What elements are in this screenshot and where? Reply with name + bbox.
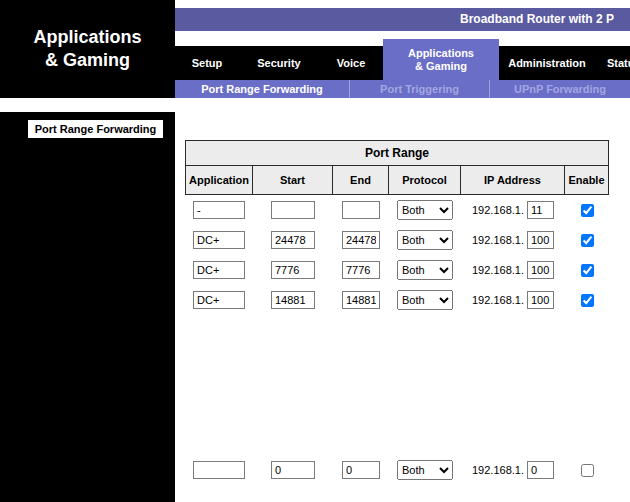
application-input[interactable] [193, 231, 245, 249]
subtab-port-triggering[interactable]: Port Triggering [350, 80, 490, 98]
ip-prefix: 192.168.1. [472, 204, 524, 216]
end-port-input[interactable] [342, 291, 380, 309]
tab-applications-gaming-line1: Applications [408, 47, 474, 60]
tab-setup[interactable]: Setup [179, 46, 235, 80]
tab-status[interactable]: Status [607, 46, 630, 80]
end-port-input[interactable] [342, 231, 380, 249]
ip-suffix-input[interactable] [527, 461, 554, 479]
application-input[interactable] [193, 201, 245, 219]
enable-checkbox[interactable] [581, 264, 594, 277]
left-sidebar: Port Range Forwarding [0, 112, 175, 502]
tab-voice[interactable]: Voice [327, 46, 375, 80]
tab-administration[interactable]: Administration [501, 46, 593, 80]
tab-applications-gaming-line2: & Gaming [415, 60, 467, 73]
port-forward-row: Both 192.168.1. [185, 285, 609, 315]
port-forward-row: Both 192.168.1. [185, 195, 609, 225]
main-nav-bar: Setup Security Voice Applications & Gami… [175, 46, 630, 80]
start-port-input[interactable] [271, 291, 315, 309]
start-port-input[interactable] [271, 231, 315, 249]
subtab-upnp-forwarding[interactable]: UPnP Forwarding [490, 80, 630, 98]
col-header-ip-address: IP Address [461, 166, 565, 195]
enable-checkbox[interactable] [581, 234, 594, 247]
app-section-title: Applications & Gaming [0, 0, 175, 98]
protocol-select[interactable]: Both [397, 460, 453, 480]
protocol-select[interactable]: Both [397, 290, 453, 310]
col-header-protocol: Protocol [389, 166, 461, 195]
port-forward-row: Both 192.168.1. [185, 225, 609, 255]
col-header-end: End [333, 166, 389, 195]
start-port-input[interactable] [271, 201, 315, 219]
enable-checkbox[interactable] [581, 204, 594, 217]
ip-suffix-input[interactable] [527, 231, 554, 249]
ip-suffix-input[interactable] [527, 261, 554, 279]
protocol-select[interactable]: Both [397, 200, 453, 220]
ip-suffix-input[interactable] [527, 201, 554, 219]
protocol-select[interactable]: Both [397, 230, 453, 250]
app-title-line1: Applications [33, 26, 141, 49]
ip-prefix: 192.168.1. [472, 464, 524, 476]
app-title-line2: & Gaming [45, 49, 130, 72]
end-port-input[interactable] [342, 261, 380, 279]
col-header-start: Start [253, 166, 333, 195]
protocol-select[interactable]: Both [397, 260, 453, 280]
application-input[interactable] [193, 261, 245, 279]
router-title: Broadband Router with 2 P [460, 8, 614, 31]
enable-checkbox[interactable] [581, 294, 594, 307]
end-port-input[interactable] [342, 461, 380, 479]
tab-applications-gaming[interactable]: Applications & Gaming [383, 39, 499, 80]
ip-suffix-input[interactable] [527, 291, 554, 309]
table-header-row: Application Start End Protocol IP Addres… [185, 166, 609, 195]
enable-checkbox[interactable] [581, 464, 594, 477]
port-range-table: Port Range Application Start End Protoco… [185, 140, 609, 485]
ip-prefix: 192.168.1. [472, 234, 524, 246]
sidebar-section-label: Port Range Forwarding [28, 120, 163, 138]
ip-prefix: 192.168.1. [472, 294, 524, 306]
table-title: Port Range [185, 140, 609, 166]
col-header-application: Application [185, 166, 253, 195]
col-header-enable: Enable [565, 166, 609, 195]
ip-prefix: 192.168.1. [472, 264, 524, 276]
subtab-port-range-forwarding[interactable]: Port Range Forwarding [175, 80, 350, 98]
port-forward-row-empty: Both 192.168.1. [185, 455, 609, 485]
sub-nav-bar: Port Range Forwarding Port Triggering UP… [175, 80, 630, 98]
application-input[interactable] [193, 461, 245, 479]
start-port-input[interactable] [271, 261, 315, 279]
router-title-bar: Broadband Router with 2 P [175, 8, 630, 31]
port-forward-row: Both 192.168.1. [185, 255, 609, 285]
start-port-input[interactable] [271, 461, 315, 479]
end-port-input[interactable] [342, 201, 380, 219]
tab-security[interactable]: Security [247, 46, 311, 80]
application-input[interactable] [193, 291, 245, 309]
